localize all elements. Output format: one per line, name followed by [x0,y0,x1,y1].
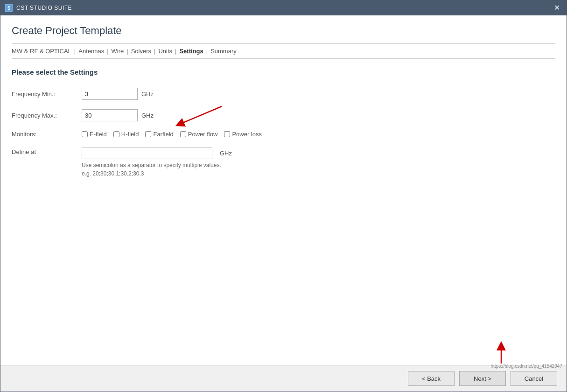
breadcrumb: MW & RF & OPTICAL | Antennas | Wire | So… [12,43,555,59]
title-bar-text: CST STUDIO SUITE [16,5,72,11]
define-at-label: Define at [12,147,82,155]
breadcrumb-item-antennas[interactable]: Antennas [78,48,104,55]
freq-max-input[interactable] [82,109,138,121]
monitor-farfield[interactable]: Farfield [145,131,173,138]
title-bar: S CST STUDIO SUITE ✕ [0,0,567,15]
app-icon: S [5,4,13,12]
section-title: Please select the Settings [12,68,555,80]
bottom-bar: < Back Next > Cancel [0,365,567,392]
title-bar-left: S CST STUDIO SUITE [5,4,72,12]
define-hint-1: Use semicolon as a separator to specify … [82,162,221,168]
define-at-input-row: GHz [82,147,232,159]
freq-max-row: Frequency Max.: GHz [12,109,555,121]
breadcrumb-item-solvers[interactable]: Solvers [131,48,151,55]
content-area: Create Project Template MW & RF & OPTICA… [0,15,567,365]
breadcrumb-item-wire[interactable]: Wire [112,48,124,55]
monitor-powerflow-checkbox[interactable] [180,131,186,137]
breadcrumb-item-units[interactable]: Units [158,48,172,55]
define-at-row: Define at GHz Use semicolon as a separat… [12,147,555,178]
breadcrumb-item-summary[interactable]: Summary [210,48,237,55]
monitors-label: Monitors: [12,131,82,138]
define-hint-2: e.g. 20;30;30.1;30.2;30.3 [82,170,144,177]
form-wrapper: Frequency Min.: GHz Frequency Max.: GHz [12,88,555,356]
freq-min-row: Frequency Min.: GHz [12,88,555,100]
close-button[interactable]: ✕ [552,3,562,13]
back-button[interactable]: < Back [408,371,455,386]
freq-max-unit: GHz [141,112,154,119]
monitor-farfield-checkbox[interactable] [145,131,151,137]
monitor-powerflow[interactable]: Power flow [180,131,218,138]
cancel-button[interactable]: Cancel [511,371,557,386]
freq-min-input[interactable] [82,88,138,100]
monitor-efield-checkbox[interactable] [82,131,88,137]
breadcrumb-item-settings[interactable]: Settings [179,48,203,55]
page-title: Create Project Template [12,25,555,37]
freq-min-unit: GHz [141,91,154,98]
monitor-efield[interactable]: E-field [82,131,107,138]
monitor-hfield[interactable]: H-field [113,131,139,138]
monitor-powerloss[interactable]: Power loss [224,131,262,138]
freq-max-label: Frequency Max.: [12,112,82,119]
main-window: S CST STUDIO SUITE ✕ Create Project Temp… [0,0,567,392]
breadcrumb-item-mw[interactable]: MW & RF & OPTICAL [12,48,71,55]
define-at-unit: GHz [220,150,232,157]
monitor-powerloss-checkbox[interactable] [224,131,230,137]
freq-min-label: Frequency Min.: [12,91,82,98]
define-at-input-wrap: GHz Use semicolon as a separator to spec… [82,147,232,178]
define-hint: Use semicolon as a separator to specify … [82,161,232,178]
monitors-row: Monitors: E-field H-field Farfield [12,131,555,138]
watermark: https://blog.csdn.net/qq_41542947 [491,364,562,369]
monitor-hfield-checkbox[interactable] [113,131,119,137]
define-at-input[interactable] [82,147,212,159]
next-button[interactable]: Next > [459,371,506,386]
monitors-options: E-field H-field Farfield Power flow [82,131,262,138]
